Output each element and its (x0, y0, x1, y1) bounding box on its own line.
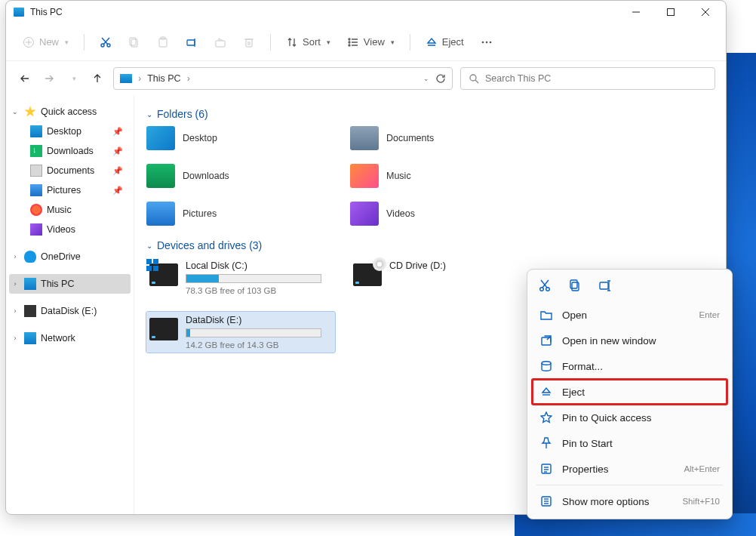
folder-music[interactable]: Music (350, 164, 539, 188)
share-button[interactable] (208, 33, 232, 51)
pin-icon: 📌 (112, 146, 126, 156)
copy-icon[interactable] (568, 279, 582, 294)
sidebar: ⌄Quick access Desktop📌 Downloads📌 Docume… (6, 96, 134, 514)
ctx-pin-start[interactable]: Pin to Start (532, 430, 727, 456)
folders-grid: Desktop Documents Downloads Music Pictur… (146, 126, 714, 226)
rename-icon[interactable] (598, 279, 612, 294)
new-button[interactable]: New▾ (17, 33, 75, 51)
star-icon (24, 106, 36, 118)
context-icon-row (532, 274, 727, 302)
pc-icon (14, 8, 24, 17)
svg-point-22 (349, 39, 350, 40)
close-button[interactable] (688, 1, 723, 23)
copy-button[interactable] (122, 33, 146, 51)
chevron-down-icon: ▾ (327, 39, 330, 46)
sidebar-this-pc[interactable]: ›This PC (9, 274, 131, 294)
picture-icon (30, 184, 42, 196)
folder-downloads[interactable]: Downloads (146, 164, 335, 188)
pc-icon (24, 278, 36, 290)
view-button[interactable]: View▾ (341, 33, 401, 51)
search-icon (469, 73, 479, 84)
sidebar-datadisk[interactable]: ›DataDisk (E:) (9, 301, 131, 321)
open-window-icon (539, 334, 553, 347)
ctx-pin-quick-access[interactable]: Pin to Quick access (532, 405, 727, 430)
music-icon (30, 204, 42, 216)
sidebar-onedrive[interactable]: ›OneDrive (9, 247, 131, 266)
drive-datadisk-e[interactable]: DataDisk (E:) 14.2 GB free of 14.3 GB (146, 312, 335, 353)
ctx-open[interactable]: OpenEnter (532, 302, 727, 328)
svg-rect-13 (159, 39, 167, 47)
network-icon (24, 332, 36, 344)
chevron-down-icon[interactable]: ⌄ (423, 75, 429, 82)
cd-drive-icon (353, 263, 382, 286)
sort-button[interactable]: Sort▾ (280, 33, 337, 51)
pictures-icon (146, 202, 175, 226)
ctx-format[interactable]: Format... (532, 353, 727, 379)
sidebar-item-pictures[interactable]: Pictures📌 (27, 180, 131, 200)
cut-icon[interactable] (538, 279, 552, 294)
svg-line-33 (475, 80, 478, 83)
window-title: This PC (30, 7, 619, 17)
chevron-down-icon: ▾ (391, 39, 395, 46)
folder-videos[interactable]: Videos (350, 202, 539, 226)
back-button[interactable] (17, 70, 33, 87)
address-row: ▾ › This PC › ⌄ Search This PC (6, 61, 726, 96)
rename-button[interactable] (180, 33, 204, 51)
ctx-more-options[interactable]: Show more optionsShift+F10 (532, 488, 727, 514)
maximize-button[interactable] (653, 1, 688, 23)
refresh-icon[interactable] (435, 73, 446, 84)
address-bar[interactable]: › This PC › ⌄ (113, 67, 453, 90)
toolbar: New▾ Sort▾ View▾ Eject (6, 23, 726, 61)
drive-cd-d[interactable]: CD Drive (D:) (350, 257, 539, 298)
sidebar-item-documents[interactable]: Documents📌 (27, 161, 131, 180)
pin-icon (539, 436, 553, 450)
desktop-icon (30, 125, 42, 137)
desktop-icon (146, 126, 175, 150)
svg-rect-44 (542, 337, 551, 345)
sidebar-item-desktop[interactable]: Desktop📌 (27, 122, 131, 141)
drive-icon (24, 305, 36, 317)
sidebar-item-videos[interactable]: Videos (27, 220, 131, 239)
folder-pictures[interactable]: Pictures (146, 202, 335, 226)
drive-local-c[interactable]: Local Disk (C:) 78.3 GB free of 103 GB (146, 257, 335, 298)
sidebar-network[interactable]: ›Network (9, 328, 131, 348)
svg-point-46 (542, 362, 551, 365)
properties-icon (539, 462, 553, 476)
document-icon (30, 165, 42, 177)
svg-rect-1 (668, 9, 675, 16)
folder-desktop[interactable]: Desktop (146, 126, 335, 150)
ctx-properties[interactable]: PropertiesAlt+Enter (532, 456, 727, 482)
svg-rect-40 (600, 282, 608, 289)
ctx-eject[interactable]: Eject (532, 379, 727, 405)
storage-bar (186, 274, 321, 283)
forward-button[interactable] (41, 70, 57, 87)
recent-chevron[interactable]: ▾ (65, 70, 81, 87)
sidebar-item-downloads[interactable]: Downloads📌 (27, 141, 131, 161)
delete-button[interactable] (237, 33, 261, 51)
download-icon (30, 145, 42, 157)
more-button[interactable] (475, 33, 499, 51)
drives-header[interactable]: ⌄Devices and drives (3) (146, 239, 714, 251)
breadcrumb[interactable]: This PC (147, 73, 180, 84)
folders-header[interactable]: ⌄Folders (6) (146, 108, 714, 120)
eject-button[interactable]: Eject (419, 33, 470, 51)
minimize-button[interactable] (619, 1, 653, 23)
ctx-open-new-window[interactable]: Open in new window (532, 328, 727, 353)
svg-point-29 (481, 41, 484, 43)
video-icon (30, 223, 42, 236)
up-button[interactable] (89, 70, 106, 87)
pc-icon (120, 74, 132, 83)
folder-documents[interactable]: Documents (350, 126, 539, 150)
storage-bar (186, 328, 321, 337)
svg-point-35 (546, 288, 550, 291)
music-icon (350, 164, 379, 188)
paste-button[interactable] (151, 33, 175, 51)
svg-point-30 (485, 41, 487, 43)
context-menu: OpenEnter Open in new window Format... E… (527, 269, 733, 519)
cut-button[interactable] (94, 33, 118, 51)
svg-rect-15 (187, 40, 195, 45)
sidebar-item-music[interactable]: Music (27, 200, 131, 220)
search-input[interactable]: Search This PC (460, 67, 715, 90)
sidebar-quick-access[interactable]: ⌄Quick access (9, 102, 131, 122)
titlebar: This PC (6, 1, 726, 23)
